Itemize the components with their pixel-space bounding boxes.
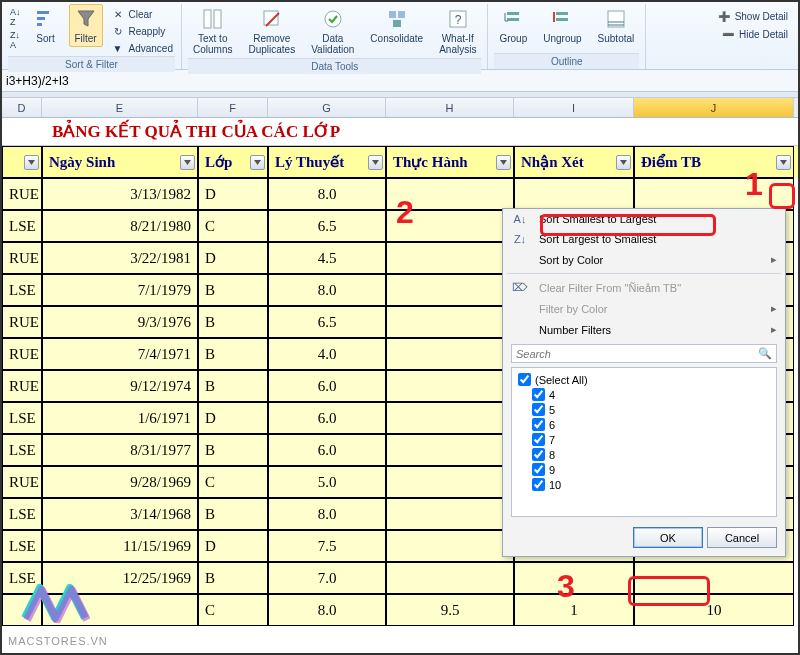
reapply-button[interactable]: ↻Reapply [109, 23, 175, 39]
whatif-button[interactable]: ?What-If Analysis [434, 4, 481, 58]
checklist-item[interactable]: 8 [516, 447, 772, 462]
cell-ngaysinh[interactable]: 3/13/1982 [42, 178, 198, 210]
group-button[interactable]: Group [494, 4, 532, 47]
cell-lythuyet[interactable]: 5.0 [268, 466, 386, 498]
checklist-item[interactable]: 7 [516, 432, 772, 447]
cell-d[interactable]: LSE [2, 434, 42, 466]
cell-lop[interactable]: B [198, 338, 268, 370]
filter-arrow-diemtb[interactable] [776, 155, 791, 170]
cell-lythuyet[interactable]: 8.0 [268, 178, 386, 210]
cell-thuchanh[interactable] [386, 274, 514, 306]
cell-thuchanh[interactable]: 9.5 [386, 594, 514, 626]
ungroup-button[interactable]: Ungroup [538, 4, 586, 47]
sort-az-icon[interactable]: A↓Z [8, 6, 23, 28]
cell-d[interactable]: RUE [2, 338, 42, 370]
cell-ngaysinh[interactable]: 7/4/1971 [42, 338, 198, 370]
cell-ngaysinh[interactable]: 9/12/1974 [42, 370, 198, 402]
search-input[interactable] [516, 348, 758, 360]
cell-lop[interactable]: C [198, 594, 268, 626]
filter-arrow-lythuyet[interactable] [368, 155, 383, 170]
col-f[interactable]: F [198, 98, 268, 117]
sort-button[interactable]: Sort [29, 4, 63, 47]
cell-d[interactable]: LSE [2, 402, 42, 434]
cell-lythuyet[interactable]: 6.0 [268, 434, 386, 466]
cell-lythuyet[interactable]: 6.5 [268, 210, 386, 242]
cell-thuchanh[interactable] [386, 530, 514, 562]
filter-search[interactable]: 🔍 [511, 344, 777, 363]
cell-lythuyet[interactable]: 8.0 [268, 274, 386, 306]
cell-ngaysinh[interactable]: 9/28/1969 [42, 466, 198, 498]
cell-lop[interactable]: B [198, 562, 268, 594]
checklist-item[interactable]: (Select All) [516, 372, 772, 387]
cell-lythuyet[interactable]: 6.0 [268, 402, 386, 434]
cell-lop[interactable]: D [198, 178, 268, 210]
col-g[interactable]: G [268, 98, 386, 117]
cell-diemtb[interactable] [634, 562, 794, 594]
cell-diemtb[interactable] [634, 178, 794, 210]
cell-lop[interactable]: D [198, 402, 268, 434]
cell-ngaysinh[interactable]: 7/1/1979 [42, 274, 198, 306]
cell-ngaysinh[interactable]: 8/21/1980 [42, 210, 198, 242]
cell-ngaysinh[interactable]: 11/15/1969 [42, 530, 198, 562]
cell-lythuyet[interactable]: 6.5 [268, 306, 386, 338]
cell-nhanxet[interactable] [514, 178, 634, 210]
cell-lop[interactable]: B [198, 498, 268, 530]
cell-thuchanh[interactable] [386, 562, 514, 594]
cell-d[interactable]: LSE [2, 274, 42, 306]
cell-d[interactable]: RUE [2, 306, 42, 338]
cell-lop[interactable]: C [198, 210, 268, 242]
cell-d[interactable]: RUE [2, 178, 42, 210]
checkbox[interactable] [532, 418, 545, 431]
checkbox[interactable] [532, 478, 545, 491]
cell-d[interactable]: LSE [2, 498, 42, 530]
cell-thuchanh[interactable] [386, 306, 514, 338]
cell-lop[interactable]: B [198, 274, 268, 306]
cell-lythuyet[interactable]: 4.0 [268, 338, 386, 370]
checklist-item[interactable]: 4 [516, 387, 772, 402]
advanced-button[interactable]: ▼Advanced [109, 40, 175, 56]
menu-sort-desc[interactable]: Z↓Sort Largest to Smallest [503, 229, 785, 249]
filter-arrow-nhanxet[interactable] [616, 155, 631, 170]
filter-arrow-lop[interactable] [250, 155, 265, 170]
filter-arrow-d[interactable] [24, 155, 39, 170]
cell-thuchanh[interactable] [386, 178, 514, 210]
cell-lop[interactable]: B [198, 370, 268, 402]
checklist-item[interactable]: 9 [516, 462, 772, 477]
cell-ngaysinh[interactable]: 3/14/1968 [42, 498, 198, 530]
col-i[interactable]: I [514, 98, 634, 117]
cell-nhanxet[interactable] [514, 562, 634, 594]
hide-detail-button[interactable]: ➖Hide Detail [719, 26, 790, 42]
cell-lythuyet[interactable]: 8.0 [268, 594, 386, 626]
col-j[interactable]: J [634, 98, 794, 117]
cell-lop[interactable]: B [198, 434, 268, 466]
cell-thuchanh[interactable] [386, 466, 514, 498]
cell-d[interactable]: RUE [2, 466, 42, 498]
remove-duplicates-button[interactable]: Remove Duplicates [243, 4, 300, 58]
cell-thuchanh[interactable] [386, 402, 514, 434]
cell-lythuyet[interactable]: 6.0 [268, 370, 386, 402]
cell-d[interactable]: RUE [2, 242, 42, 274]
cell-lythuyet[interactable]: 4.5 [268, 242, 386, 274]
cell-thuchanh[interactable] [386, 242, 514, 274]
cell-lop[interactable]: D [198, 242, 268, 274]
ok-button[interactable]: OK [633, 527, 703, 548]
checklist-item[interactable]: 5 [516, 402, 772, 417]
checkbox[interactable] [532, 388, 545, 401]
col-e[interactable]: E [42, 98, 198, 117]
cell-ngaysinh[interactable]: 3/22/1981 [42, 242, 198, 274]
consolidate-button[interactable]: Consolidate [365, 4, 428, 47]
cell-thuchanh[interactable] [386, 370, 514, 402]
menu-sort-asc[interactable]: A↓Sort Smallest to Largest [503, 209, 785, 229]
checkbox[interactable] [518, 373, 531, 386]
cell-lythuyet[interactable]: 8.0 [268, 498, 386, 530]
cell-thuchanh[interactable] [386, 338, 514, 370]
cell-thuchanh[interactable] [386, 210, 514, 242]
cell-ngaysinh[interactable]: 8/31/1977 [42, 434, 198, 466]
checkbox[interactable] [532, 448, 545, 461]
col-h[interactable]: H [386, 98, 514, 117]
show-detail-button[interactable]: ➕Show Detail [715, 8, 790, 24]
cell-thuchanh[interactable] [386, 498, 514, 530]
checkbox[interactable] [532, 433, 545, 446]
menu-number-filters[interactable]: Number Filters▸ [503, 319, 785, 340]
cell-d[interactable]: LSE [2, 210, 42, 242]
